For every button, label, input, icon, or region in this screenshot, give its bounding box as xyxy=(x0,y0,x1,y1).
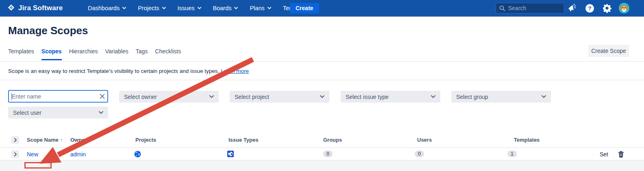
chevron-down-icon xyxy=(162,7,166,9)
annotation-overlay xyxy=(0,0,644,171)
text-caret xyxy=(11,93,12,100)
group-filter-select[interactable]: Select group xyxy=(451,91,551,103)
scope-name-filter xyxy=(8,90,108,103)
tab-tags[interactable]: Tags xyxy=(136,48,148,60)
owner-filter-select[interactable]: Select owner xyxy=(119,91,219,103)
divider xyxy=(0,147,644,148)
announcements-icon[interactable] xyxy=(568,3,577,13)
expand-all-button[interactable] xyxy=(11,136,19,144)
tab-templates[interactable]: Templates xyxy=(8,48,34,60)
learn-more-link[interactable]: Learn more xyxy=(221,68,249,74)
create-scope-button[interactable]: Create Scope xyxy=(588,45,629,57)
nav-item-dashboards[interactable]: Dashboards xyxy=(88,5,126,11)
jira-diamond-icon xyxy=(7,4,15,13)
chevron-down-icon xyxy=(122,7,126,9)
tab-scopes[interactable]: Scopes xyxy=(41,48,62,60)
chevron-right-icon xyxy=(14,152,17,156)
divider xyxy=(0,80,644,80)
nav-item-plans[interactable]: Plans xyxy=(250,5,271,11)
nav-item-issues[interactable]: Issues xyxy=(178,5,201,11)
owner-link[interactable]: admin xyxy=(70,151,86,158)
chevron-down-icon xyxy=(268,7,271,9)
page-title: Manage Scopes xyxy=(8,24,88,37)
column-owners[interactable]: Owners xyxy=(70,137,90,143)
templates-count-badge: 1 xyxy=(507,151,517,157)
users-count-badge: 0 xyxy=(415,151,424,157)
set-link[interactable]: Set xyxy=(600,151,608,158)
manage-scopes-page: Jira Software Dashboards Projects Issues… xyxy=(0,0,644,171)
column-issue-types[interactable]: Issue Types xyxy=(228,137,258,143)
issue-type-global-icon xyxy=(227,151,234,159)
column-projects[interactable]: Projects xyxy=(135,137,156,143)
scope-name-link[interactable]: New xyxy=(27,151,38,158)
sort-asc-icon[interactable]: ↑ xyxy=(60,137,63,143)
clear-icon[interactable] xyxy=(97,94,107,99)
chevron-down-icon xyxy=(99,111,103,114)
trash-icon[interactable] xyxy=(618,151,624,159)
column-templates[interactable]: Templates xyxy=(514,137,540,143)
chevron-down-icon xyxy=(431,95,435,98)
search-placeholder: Search xyxy=(508,5,526,11)
tab-bar: Templates Scopes Hierarchies Variables T… xyxy=(8,48,181,60)
page-footer-area xyxy=(0,160,644,171)
search-input[interactable]: Search xyxy=(496,3,564,13)
gear-icon[interactable] xyxy=(602,3,612,13)
user-avatar[interactable] xyxy=(619,3,629,13)
search-icon xyxy=(499,5,505,11)
column-scope-name[interactable]: Scope Name ↑ xyxy=(27,137,63,143)
brand-name: Jira Software xyxy=(18,4,63,12)
divider xyxy=(0,61,644,61)
groups-count-badge: 0 xyxy=(323,151,333,157)
chevron-down-icon xyxy=(234,7,238,9)
scope-description: Scope is an easy way to restrict Templat… xyxy=(8,68,249,74)
chevron-down-icon xyxy=(198,7,201,9)
jira-logo[interactable]: Jira Software xyxy=(7,0,63,16)
nav-item-projects[interactable]: Projects xyxy=(138,5,165,11)
chevron-down-icon xyxy=(320,95,324,98)
chevron-down-icon xyxy=(209,95,214,98)
chevron-right-icon xyxy=(14,138,17,142)
chevron-down-icon xyxy=(542,95,546,98)
svg-text:?: ? xyxy=(588,5,591,11)
help-icon[interactable]: ? xyxy=(585,3,594,13)
name-filter-input[interactable] xyxy=(9,93,97,100)
row-expand-button[interactable] xyxy=(11,150,19,158)
user-filter-select[interactable]: Select user xyxy=(8,107,108,118)
column-groups[interactable]: Groups xyxy=(323,137,342,143)
tab-variables[interactable]: Variables xyxy=(105,48,128,60)
projects-globe-icon xyxy=(134,151,141,159)
project-filter-select[interactable]: Select project xyxy=(230,91,329,103)
tab-checklists[interactable]: Checklists xyxy=(155,48,181,60)
nav-menu: Dashboards Projects Issues Boards Plans … xyxy=(88,0,316,16)
issue-type-filter-select[interactable]: Select issue type xyxy=(341,91,440,103)
create-button[interactable]: Create xyxy=(290,3,319,13)
tab-hierarchies[interactable]: Hierarchies xyxy=(69,48,98,60)
top-nav-bar: Jira Software Dashboards Projects Issues… xyxy=(0,0,644,16)
column-users[interactable]: Users xyxy=(417,137,432,143)
nav-item-boards[interactable]: Boards xyxy=(213,5,238,11)
